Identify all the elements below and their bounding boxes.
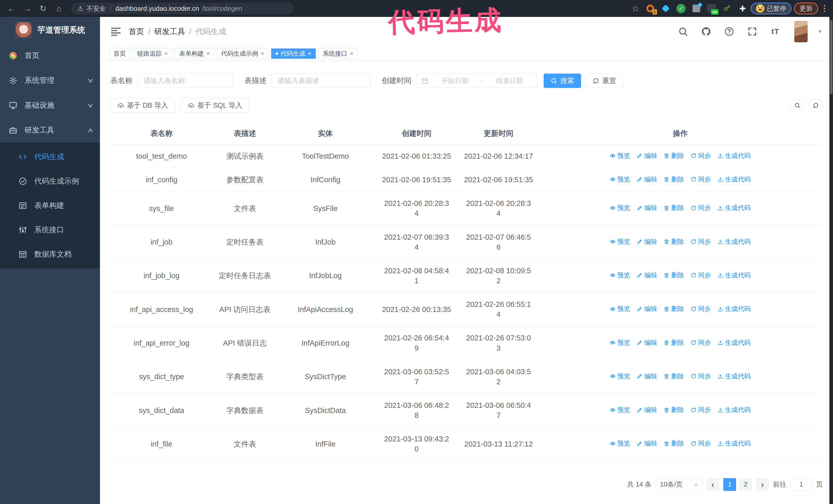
tab-代码生成[interactable]: 代码生成× (271, 48, 316, 59)
action-edit[interactable]: 编辑 (637, 338, 657, 347)
help-icon[interactable] (724, 26, 734, 37)
avatar[interactable] (794, 21, 808, 42)
action-preview[interactable]: 预览 (610, 305, 630, 313)
action-delete[interactable]: 删除 (664, 305, 684, 313)
action-sync[interactable]: 同步 (690, 305, 711, 313)
caret-down-icon[interactable]: ▾ (818, 28, 821, 35)
action-edit[interactable]: 编辑 (637, 175, 657, 184)
action-generate[interactable]: 生成代码 (717, 372, 751, 381)
action-sync[interactable]: 同步 (690, 271, 711, 280)
action-generate[interactable]: 生成代码 (717, 305, 751, 313)
toggle-search-button[interactable] (790, 98, 804, 112)
action-sync[interactable]: 同步 (690, 151, 711, 160)
fullscreen-icon[interactable] (747, 26, 757, 37)
action-edit[interactable]: 编辑 (637, 271, 657, 280)
table-name-input[interactable] (138, 74, 233, 88)
tab-链路追踪[interactable]: 链路追踪× (133, 48, 172, 59)
sidebar-item-dev-tools[interactable]: 研发工具∧ (0, 118, 100, 143)
browser-profile-pill[interactable]: 已暂停 (751, 3, 791, 14)
next-page-button[interactable]: › (756, 478, 769, 491)
action-delete[interactable]: 删除 (664, 439, 684, 448)
action-edit[interactable]: 编辑 (637, 439, 657, 448)
action-delete[interactable]: 删除 (664, 338, 684, 347)
switch-dark-icon[interactable]: on (706, 3, 717, 14)
sidebar-item-db-doc[interactable]: 数据库文档 (0, 242, 100, 266)
breadcrumb-item[interactable]: 研发工具 (154, 26, 185, 37)
browser-menu-icon[interactable] (821, 5, 828, 12)
action-preview[interactable]: 预览 (610, 203, 630, 212)
action-generate[interactable]: 生成代码 (717, 175, 751, 184)
refresh-button[interactable] (809, 98, 823, 112)
sidebar-item-system-api[interactable]: 系统接口 (0, 218, 100, 242)
page-size-select[interactable]: 10条/页 ∨ (656, 478, 702, 491)
action-preview[interactable]: 预览 (610, 372, 630, 381)
close-icon[interactable]: × (308, 50, 311, 57)
tab-首页[interactable]: 首页 (109, 48, 130, 59)
close-icon[interactable]: × (261, 50, 264, 57)
gem-blue-icon[interactable] (660, 3, 671, 14)
action-delete[interactable]: 删除 (664, 237, 684, 246)
page-button-1[interactable]: 1 (723, 478, 736, 491)
key-green-icon[interactable] (721, 3, 733, 14)
sidebar-item-codegen[interactable]: 代码生成 (0, 145, 100, 169)
action-edit[interactable]: 编辑 (637, 151, 657, 160)
github-icon[interactable] (701, 26, 711, 37)
action-delete[interactable]: 删除 (664, 151, 684, 160)
update-button[interactable]: 更新 (794, 3, 818, 14)
action-edit[interactable]: 编辑 (637, 406, 657, 414)
scrollbar-thumb[interactable] (830, 20, 832, 94)
sidebar-item-form-builder[interactable]: 表单构建 (0, 193, 100, 218)
reload-icon[interactable]: ↻ (37, 2, 50, 15)
tab-代码生成示例[interactable]: 代码生成示例× (217, 48, 269, 59)
action-sync[interactable]: 同步 (690, 175, 711, 184)
action-sync[interactable]: 同步 (690, 406, 711, 414)
action-edit[interactable]: 编辑 (637, 203, 657, 212)
action-generate[interactable]: 生成代码 (717, 151, 751, 160)
action-preview[interactable]: 预览 (610, 439, 630, 448)
page-button-2[interactable]: 2 (739, 478, 752, 491)
hamburger-icon[interactable] (110, 26, 121, 37)
close-icon[interactable]: × (164, 50, 168, 57)
date-range-picker[interactable]: 开始日期 - 结束日期 (416, 74, 537, 88)
action-generate[interactable]: 生成代码 (717, 338, 751, 347)
import-db-button[interactable]: 基于 DB 导入 (110, 98, 175, 113)
action-preview[interactable]: 预览 (610, 237, 630, 246)
sidebar-item-codegen-example[interactable]: 代码生成示例 (0, 169, 100, 193)
home-icon[interactable]: ⌂ (52, 2, 66, 15)
app-logo[interactable]: 芋道管理系统 (0, 17, 100, 43)
sidebar-item-infrastructure[interactable]: 基础设施∨ (0, 93, 100, 118)
action-generate[interactable]: 生成代码 (717, 203, 751, 212)
close-icon[interactable]: × (350, 50, 353, 57)
reset-button[interactable]: 重置 (586, 74, 623, 88)
scrollbar[interactable] (829, 17, 833, 504)
breadcrumb-item[interactable]: 首页 (129, 26, 144, 37)
search-button[interactable]: 搜索 (544, 74, 581, 88)
action-delete[interactable]: 删除 (664, 175, 684, 184)
search-icon[interactable] (678, 26, 688, 37)
back-icon[interactable]: ← (5, 2, 18, 15)
table-desc-input[interactable] (272, 74, 371, 88)
sidebar-item-system-admin[interactable]: 系统管理∨ (0, 68, 100, 93)
action-generate[interactable]: 生成代码 (717, 271, 751, 280)
tab-系统接口[interactable]: 系统接口× (318, 48, 358, 59)
action-edit[interactable]: 编辑 (637, 237, 657, 246)
puzzle-white-icon[interactable]: ✚ (737, 3, 748, 14)
address-bar[interactable]: ⚠ 不安全 dashboard.yudao.iocoder.cn/tool/co… (71, 3, 294, 14)
action-sync[interactable]: 同步 (690, 372, 711, 381)
action-sync[interactable]: 同步 (690, 237, 711, 246)
action-preview[interactable]: 预览 (610, 151, 630, 160)
action-delete[interactable]: 删除 (664, 372, 684, 381)
action-generate[interactable]: 生成代码 (717, 406, 751, 414)
action-edit[interactable]: 编辑 (637, 305, 657, 313)
action-generate[interactable]: 生成代码 (717, 237, 751, 246)
close-icon[interactable]: × (206, 50, 210, 57)
panels-gray-icon[interactable] (691, 3, 702, 14)
forward-icon[interactable]: → (21, 2, 34, 15)
ring-orange-icon[interactable]: 1 (645, 3, 656, 14)
action-delete[interactable]: 删除 (664, 271, 684, 280)
action-delete[interactable]: 删除 (664, 203, 684, 212)
action-sync[interactable]: 同步 (690, 203, 711, 212)
action-preview[interactable]: 预览 (610, 338, 630, 347)
check-green-icon[interactable]: ✓ (675, 3, 687, 14)
action-edit[interactable]: 编辑 (637, 372, 657, 381)
